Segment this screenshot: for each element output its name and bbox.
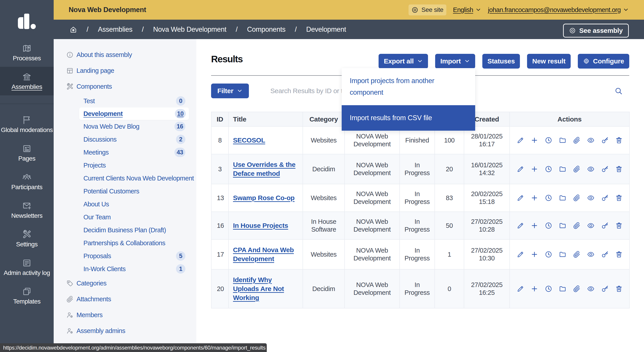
decidim-logo[interactable] [0, 2, 54, 40]
pencil-icon[interactable] [516, 285, 524, 293]
pencil-icon[interactable] [516, 165, 524, 173]
toolbar-button[interactable]: New result [527, 54, 571, 69]
trash-icon[interactable] [615, 251, 623, 258]
plus-icon[interactable] [531, 137, 538, 144]
sidebar-item[interactable]: Processes [0, 38, 54, 67]
assembly-menu-item[interactable]: Test 0 [54, 94, 196, 107]
assembly-menu-item[interactable]: Meetings 43 [54, 146, 196, 159]
folder-icon[interactable] [559, 194, 566, 202]
breadcrumb-item[interactable]: Nova Web Development [153, 25, 226, 33]
eye-icon[interactable] [587, 285, 594, 293]
clock-icon[interactable] [545, 222, 552, 229]
assembly-menu-item[interactable]: Projects [54, 159, 196, 172]
filter-button[interactable]: Filter [211, 84, 249, 98]
assembly-menu-item[interactable]: Partnerships & Collaborations [54, 236, 196, 249]
trash-icon[interactable] [615, 222, 623, 229]
plus-icon[interactable] [531, 194, 538, 202]
sidebar-item[interactable]: Templates [0, 281, 54, 310]
plus-icon[interactable] [531, 285, 538, 293]
sidebar-item[interactable]: Assemblies [0, 67, 54, 95]
clock-icon[interactable] [545, 137, 552, 144]
pencil-icon[interactable] [516, 137, 524, 144]
sidebar-item[interactable]: Pages [0, 139, 54, 167]
key-icon[interactable] [601, 222, 609, 229]
assembly-menu-item[interactable]: Assembly admins [54, 323, 196, 339]
key-icon[interactable] [601, 165, 609, 173]
table-header-cell[interactable]: Title [228, 112, 303, 126]
language-selector[interactable]: English [453, 6, 481, 14]
folder-icon[interactable] [559, 222, 566, 229]
import-menu-item[interactable]: Import projects from another component [342, 68, 475, 105]
admin-home-icon[interactable] [70, 26, 77, 33]
user-menu[interactable]: johan.francocampos@novawebdevelopment.or… [488, 6, 629, 14]
key-icon[interactable] [601, 194, 609, 202]
plus-icon[interactable] [531, 165, 538, 173]
clock-icon[interactable] [545, 285, 552, 293]
see-assembly-button[interactable]: See assembly [563, 24, 629, 37]
breadcrumb-item[interactable]: Components [247, 25, 286, 33]
see-site-button[interactable]: See site [408, 4, 446, 15]
assembly-menu-item[interactable]: Categories [54, 275, 196, 291]
assembly-menu-item[interactable]: Potential Customers [54, 185, 196, 198]
trash-icon[interactable] [615, 194, 623, 202]
folder-icon[interactable] [559, 165, 566, 173]
assembly-menu-item[interactable]: Landing page [54, 63, 196, 79]
sidebar-item[interactable]: Settings [0, 224, 54, 253]
eye-icon[interactable] [587, 222, 594, 229]
eye-icon[interactable] [587, 137, 594, 144]
clock-icon[interactable] [545, 194, 552, 202]
clock-icon[interactable] [545, 165, 552, 173]
sidebar-item[interactable]: Participants [0, 167, 54, 196]
key-icon[interactable] [601, 285, 609, 293]
eye-icon[interactable] [587, 165, 594, 173]
toolbar-button[interactable]: Configure [578, 54, 629, 69]
plus-icon[interactable] [531, 251, 538, 258]
key-icon[interactable] [601, 137, 609, 144]
eye-icon[interactable] [587, 194, 594, 202]
assembly-menu-item[interactable]: Decidim Business Plan (Draft) [54, 224, 196, 236]
paperclip-icon[interactable] [573, 285, 580, 293]
breadcrumb-item[interactable]: Assemblies [98, 25, 132, 33]
folder-icon[interactable] [559, 137, 566, 144]
clock-icon[interactable] [545, 251, 552, 258]
assembly-menu-item[interactable]: About Us [54, 198, 196, 211]
assembly-menu-item[interactable]: Our Team [54, 211, 196, 224]
breadcrumb-item[interactable]: Development [306, 25, 346, 33]
key-icon[interactable] [601, 251, 609, 258]
result-title-link[interactable]: Swamp Rose Co-op [233, 194, 294, 201]
toolbar-button[interactable]: Statuses [482, 54, 520, 69]
plus-icon[interactable] [531, 222, 538, 229]
pencil-icon[interactable] [516, 222, 524, 229]
table-header-cell[interactable]: ID [211, 112, 228, 126]
sidebar-item[interactable]: Admin activity log [0, 253, 54, 281]
paperclip-icon[interactable] [573, 222, 580, 229]
trash-icon[interactable] [615, 285, 623, 293]
pencil-icon[interactable] [516, 194, 524, 202]
paperclip-icon[interactable] [573, 165, 580, 173]
paperclip-icon[interactable] [573, 251, 580, 258]
assembly-menu-item[interactable]: Development 10 [79, 107, 189, 120]
assembly-menu-item[interactable]: Current Clients Nova Web Development [54, 172, 196, 185]
table-header-cell[interactable]: Category [303, 112, 344, 126]
assembly-menu-item[interactable]: About this assembly [54, 47, 196, 63]
result-title-link[interactable]: CPA And Nova Web Development [233, 246, 294, 262]
result-title-link[interactable]: In House Projects [233, 222, 288, 229]
paperclip-icon[interactable] [573, 194, 580, 202]
trash-icon[interactable] [615, 137, 623, 144]
assembly-menu-item[interactable]: Attachments [54, 291, 196, 307]
search-icon[interactable] [614, 87, 622, 95]
result-title-link[interactable]: Use Overrides & the Deface method [233, 161, 296, 177]
result-title-link[interactable]: Identify Why Uploads Are Not Working [233, 276, 284, 301]
assembly-menu-item[interactable]: Nova Web Dev Blog 16 [54, 120, 196, 133]
assembly-menu-item[interactable]: Members [54, 307, 196, 323]
toolbar-button[interactable]: Import [435, 54, 475, 69]
pencil-icon[interactable] [516, 251, 524, 258]
trash-icon[interactable] [615, 165, 623, 173]
result-title-link[interactable]: SECOSOL [233, 137, 265, 144]
sidebar-item[interactable]: Newsletters [0, 196, 54, 224]
folder-icon[interactable] [559, 251, 566, 258]
import-menu-item[interactable]: Import results from CSV file [342, 105, 475, 131]
table-header-cell[interactable]: Actions [510, 112, 630, 126]
assembly-menu-item[interactable]: Discussions 2 [54, 133, 196, 146]
assembly-menu-item[interactable]: Proposals 5 [54, 249, 196, 262]
